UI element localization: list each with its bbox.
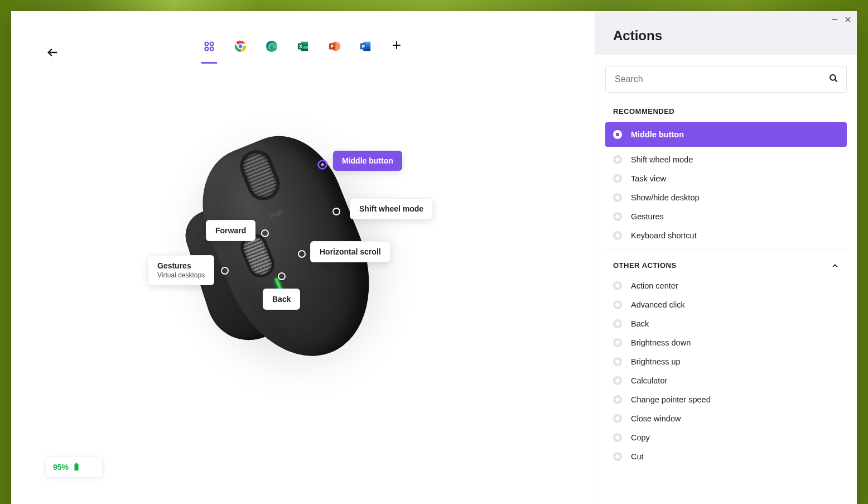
option-label: Task view xyxy=(631,174,666,183)
app-word[interactable] xyxy=(358,40,373,64)
radio-icon xyxy=(613,193,622,202)
window-controls xyxy=(831,16,851,25)
app-chrome[interactable] xyxy=(233,40,248,64)
hotspot-middle-button[interactable] xyxy=(317,160,327,170)
battery-level-text: 95% xyxy=(53,463,69,472)
callout-forward[interactable]: Forward xyxy=(206,220,255,241)
app-powerpoint[interactable] xyxy=(326,40,342,64)
recommended-option[interactable]: Shift wheel mode xyxy=(605,150,847,169)
hotspot-gestures[interactable] xyxy=(221,267,229,275)
other-option[interactable]: Calculator xyxy=(605,371,847,390)
device-illustration: logi Middle button Shift wheel mode Forw… xyxy=(152,100,454,413)
option-label: Brightness up xyxy=(631,357,681,366)
option-label: Brightness down xyxy=(631,338,691,347)
all-apps-icon xyxy=(203,40,215,52)
radio-icon xyxy=(613,414,622,423)
radio-icon xyxy=(613,433,622,442)
svg-point-4 xyxy=(210,47,214,51)
section-other-toggle[interactable]: OTHER ACTIONS xyxy=(605,249,847,276)
word-icon xyxy=(359,40,372,52)
other-option[interactable]: Close window xyxy=(605,409,847,428)
app-excel[interactable] xyxy=(295,40,311,64)
excel-icon xyxy=(297,40,309,52)
app-all[interactable] xyxy=(201,40,217,64)
hotspot-horizontal-scroll[interactable] xyxy=(298,250,306,258)
hotspot-back[interactable] xyxy=(278,272,286,280)
radio-icon xyxy=(613,395,622,404)
other-option[interactable]: Cut xyxy=(605,447,847,466)
section-other-label: OTHER ACTIONS xyxy=(613,261,677,270)
option-label: Middle button xyxy=(631,130,684,139)
other-option[interactable]: Action center xyxy=(605,276,847,295)
hotspot-forward[interactable] xyxy=(261,229,269,237)
option-label: Calculator xyxy=(631,376,667,385)
search-box[interactable] xyxy=(605,66,847,93)
option-label: Advanced click xyxy=(631,300,685,309)
chrome-icon xyxy=(234,40,247,52)
callout-forward-label: Forward xyxy=(215,226,246,235)
option-label: Cut xyxy=(631,452,644,461)
app-window: logi Middle button Shift wheel mode Forw… xyxy=(11,11,857,504)
section-recommended-label: RECOMMENDED xyxy=(605,107,847,122)
window-minimize[interactable] xyxy=(831,16,838,25)
other-option[interactable]: Brightness up xyxy=(605,352,847,371)
svg-rect-25 xyxy=(74,463,78,470)
option-label: Keyboard shortcut xyxy=(631,231,697,240)
svg-point-1 xyxy=(205,42,208,45)
recommended-option[interactable]: Show/hide desktop xyxy=(605,188,847,207)
recommended-list: Middle buttonShift wheel modeTask viewSh… xyxy=(605,122,847,245)
app-add[interactable] xyxy=(389,40,404,64)
callout-shift-wheel-label: Shift wheel mode xyxy=(359,204,423,213)
battery-status: 95% xyxy=(46,457,103,477)
recommended-option[interactable]: Keyboard shortcut xyxy=(605,226,847,245)
main-area: logi Middle button Shift wheel mode Forw… xyxy=(11,11,595,504)
app-edge[interactable] xyxy=(264,40,279,64)
callout-back[interactable]: Back xyxy=(263,289,300,310)
radio-icon xyxy=(613,130,622,139)
option-label: Action center xyxy=(631,281,678,290)
other-option[interactable]: Brightness down xyxy=(605,333,847,352)
chevron-up-icon xyxy=(831,262,839,270)
callout-horizontal-scroll[interactable]: Horizontal scroll xyxy=(310,241,390,262)
option-label: Show/hide desktop xyxy=(631,193,700,202)
radio-icon xyxy=(613,338,622,347)
mouse-body: logi xyxy=(159,86,435,405)
radio-icon xyxy=(613,281,622,290)
svg-line-31 xyxy=(835,79,837,81)
radio-icon xyxy=(613,452,622,461)
hotspot-shift-wheel[interactable] xyxy=(332,208,340,215)
search-input[interactable] xyxy=(615,74,819,84)
edge-icon xyxy=(266,40,278,52)
search-icon xyxy=(828,73,838,85)
powerpoint-icon xyxy=(328,40,340,52)
radio-icon xyxy=(613,357,622,366)
callout-middle-button-label: Middle button xyxy=(342,156,393,165)
callout-gestures[interactable]: Gestures Virtual desktops xyxy=(148,255,214,285)
svg-point-3 xyxy=(205,47,208,51)
other-option[interactable]: Back xyxy=(605,314,847,333)
radio-icon xyxy=(613,174,622,183)
option-label: Copy xyxy=(631,433,650,442)
option-label: Back xyxy=(631,319,649,328)
recommended-option[interactable]: Gestures xyxy=(605,207,847,226)
plus-icon xyxy=(392,40,402,50)
other-option[interactable]: Copy xyxy=(605,428,847,447)
minimize-icon xyxy=(831,16,838,23)
option-label: Gestures xyxy=(631,212,664,221)
radio-icon xyxy=(613,376,622,385)
svg-point-2 xyxy=(210,42,214,45)
callout-middle-button[interactable]: Middle button xyxy=(333,151,402,171)
window-close[interactable] xyxy=(845,16,851,25)
panel-body[interactable]: RECOMMENDED Middle buttonShift wheel mod… xyxy=(595,55,857,504)
other-actions-list: Action centerAdvanced clickBackBrightnes… xyxy=(605,276,847,466)
recommended-option[interactable]: Task view xyxy=(605,169,847,188)
option-label: Change pointer speed xyxy=(631,395,711,404)
radio-icon xyxy=(613,212,622,221)
option-label: Shift wheel mode xyxy=(631,155,693,164)
back-button[interactable] xyxy=(45,45,60,60)
other-option[interactable]: Advanced click xyxy=(605,295,847,314)
recommended-option[interactable]: Middle button xyxy=(605,122,847,147)
other-option[interactable]: Change pointer speed xyxy=(605,390,847,409)
radio-icon xyxy=(613,319,622,328)
callout-shift-wheel[interactable]: Shift wheel mode xyxy=(350,198,433,219)
